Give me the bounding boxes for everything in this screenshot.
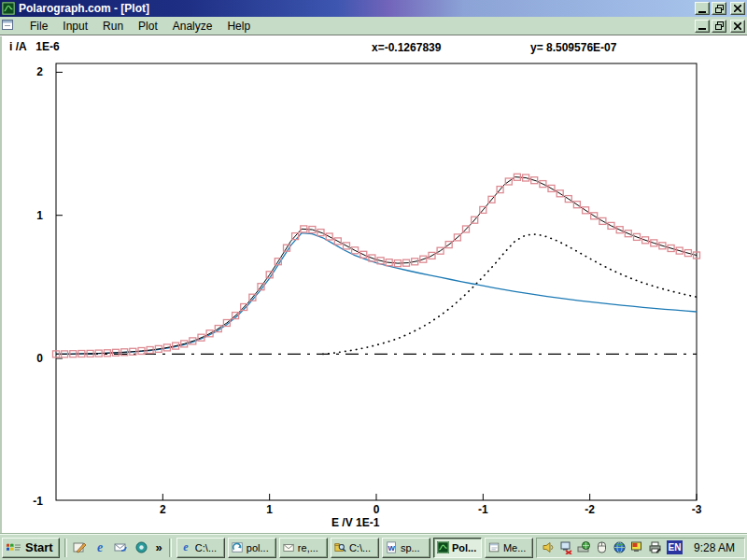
screen: Polarograph.com - [Plot] File Input Run … — [0, 0, 747, 560]
y-tick-label: -1 — [33, 495, 43, 508]
minimize-icon — [698, 11, 706, 13]
language-indicator[interactable]: EN — [667, 540, 683, 554]
removable-hardware-icon[interactable] — [576, 539, 592, 555]
child-minimize-button[interactable] — [695, 20, 710, 33]
series-total-line — [56, 177, 697, 355]
task-label: C:\... — [349, 542, 371, 553]
internet-explorer-icon: e — [180, 541, 192, 553]
show-desktop-icon[interactable] — [72, 539, 89, 556]
printer-icon[interactable] — [647, 539, 663, 555]
window-controls — [695, 2, 745, 15]
close-icon — [734, 5, 741, 12]
restore-icon — [715, 5, 724, 13]
menu-bar: File Input Run Plot Analyze Help — [0, 17, 747, 35]
child-restore-button[interactable] — [712, 20, 726, 33]
series-total-markers — [53, 174, 700, 357]
taskbar-task-find[interactable]: C:\... — [331, 538, 379, 558]
start-button[interactable]: Start — [2, 538, 60, 558]
taskbar-task-ie[interactable]: e C:\... — [176, 538, 225, 558]
taskbar-task-polarograph[interactable]: Pol... — [433, 538, 482, 558]
title-bar: Polarograph.com - [Plot] — [0, 0, 747, 17]
menu-items: File Input Run Plot Analyze Help — [22, 18, 695, 35]
polarograph-icon — [437, 541, 449, 553]
menu-item-input[interactable]: Input — [55, 18, 95, 35]
display-settings-icon[interactable] — [629, 539, 645, 555]
plot-canvas[interactable]: 210-1-2-3E /V 1E-1210-1 — [2, 36, 747, 534]
app-window-swirl-icon — [232, 541, 244, 553]
svg-text:e: e — [97, 540, 103, 554]
mouse-icon[interactable] — [594, 539, 610, 555]
windows-logo-icon — [6, 540, 22, 555]
taskbar-clock[interactable]: 9:28 AM — [686, 541, 739, 554]
taskbar-separator — [64, 539, 67, 557]
taskbar-task-pol[interactable]: pol... — [228, 538, 276, 558]
svg-text:W: W — [388, 544, 395, 553]
media-player-icon[interactable] — [134, 539, 150, 556]
plot-client-area: i /A 1E-6 x=-0.1267839 y= 8.509576E-07 2… — [0, 36, 747, 534]
mail-envelope-icon — [283, 541, 295, 553]
taskbar-task-me[interactable]: Me... — [485, 538, 533, 558]
child-minimize-icon — [698, 28, 706, 30]
task-label: C:\... — [195, 542, 217, 553]
window-title: Polarograph.com - [Plot] — [19, 2, 695, 15]
y-tick-label: 0 — [36, 352, 43, 365]
x-tick-label: -3 — [692, 503, 702, 516]
start-label: Start — [25, 540, 53, 554]
taskbar-task-word[interactable]: W sp... — [382, 538, 430, 558]
child-close-icon — [734, 22, 741, 30]
outlook-express-icon[interactable] — [113, 539, 130, 556]
task-label: Pol... — [452, 542, 476, 553]
app-icon[interactable] — [2, 2, 15, 15]
minimize-button[interactable] — [695, 2, 710, 15]
quick-launch: e » — [72, 539, 164, 556]
x-tick-label: -2 — [585, 503, 595, 516]
network-disconnected-icon[interactable] — [558, 539, 574, 555]
child-window-controls — [695, 20, 745, 33]
window-icon — [488, 541, 500, 553]
globe-icon[interactable] — [612, 539, 627, 555]
restore-button[interactable] — [712, 2, 726, 15]
close-button[interactable] — [730, 2, 745, 15]
y-tick-label: 2 — [36, 65, 43, 78]
x-tick-label: 1 — [266, 503, 273, 516]
taskbar-separator-2 — [169, 539, 172, 557]
task-label: pol... — [247, 542, 269, 553]
search-folder-icon — [334, 541, 346, 553]
volume-icon[interactable] — [541, 539, 557, 555]
menu-item-file[interactable]: File — [22, 18, 55, 35]
x-tick-label: -1 — [478, 503, 488, 516]
task-label: re,... — [298, 542, 318, 553]
series-component-peak-2 — [323, 234, 697, 355]
child-close-button[interactable] — [730, 20, 745, 33]
child-restore-icon — [715, 21, 724, 30]
system-tray: EN 9:28 AM — [536, 538, 745, 558]
series-component-peak-1 — [56, 233, 697, 355]
internet-explorer-icon[interactable]: e — [92, 539, 109, 556]
task-label: sp... — [401, 542, 420, 553]
child-window-icon[interactable] — [2, 20, 15, 32]
menu-item-analyze[interactable]: Analyze — [165, 18, 220, 35]
taskbar: Start e » e C:\... pol... — [0, 534, 747, 560]
x-tick-label: 2 — [160, 503, 166, 516]
quick-launch-overflow-chevron[interactable]: » — [154, 540, 164, 554]
menu-item-plot[interactable]: Plot — [131, 18, 165, 35]
task-label: Me... — [503, 542, 526, 553]
x-axis-label: E /V 1E-1 — [331, 516, 380, 529]
taskbar-task-mail[interactable]: re,... — [279, 538, 328, 558]
axis-box — [56, 63, 697, 500]
word-document-icon: W — [386, 541, 398, 553]
x-tick-label: 0 — [374, 503, 380, 516]
y-tick-label: 1 — [36, 209, 43, 222]
menu-item-help[interactable]: Help — [219, 18, 258, 35]
svg-text:e: e — [183, 541, 189, 553]
menu-item-run[interactable]: Run — [95, 18, 131, 35]
